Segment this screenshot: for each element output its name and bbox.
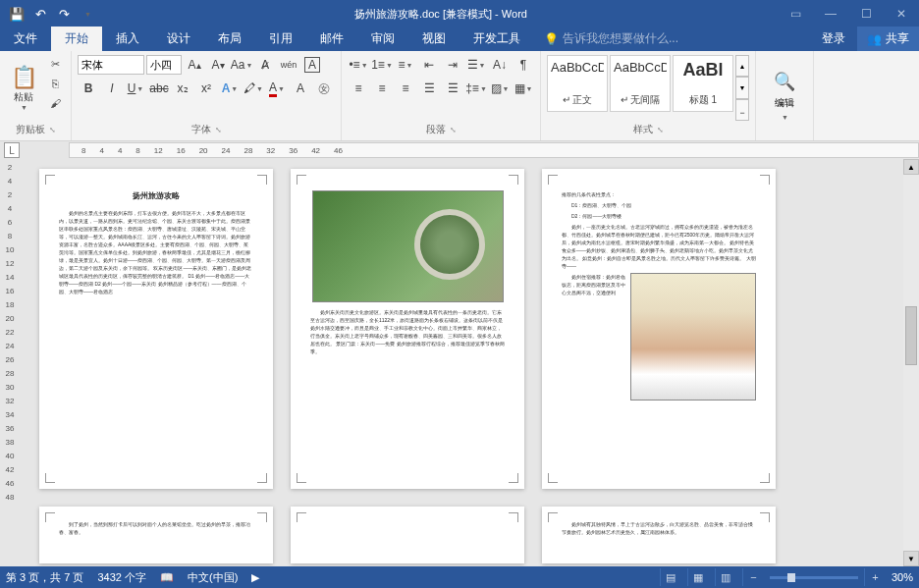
paste-button[interactable]: 📋 粘贴 ▼ — [6, 55, 41, 121]
phonetic-guide-icon[interactable]: wén — [278, 55, 299, 75]
tab-insert[interactable]: 插入 — [102, 27, 153, 51]
doc-body: 扬州城有其独特风情，早上于古运河边散步，白天游览名胜、品尝美食，非常适合慢节奏旅… — [562, 520, 756, 536]
styles-more-icon[interactable]: ⎯ — [735, 99, 749, 121]
shading-icon[interactable]: ▨▼ — [489, 79, 511, 98]
scroll-down-icon[interactable]: ▼ — [903, 551, 919, 566]
sort-icon[interactable]: A↓ — [489, 55, 511, 75]
zoom-in-icon[interactable]: + — [864, 568, 886, 586]
grow-font-icon[interactable]: A▴ — [184, 55, 205, 75]
asian-layout-icon[interactable]: ☰▼ — [465, 55, 487, 75]
ribbon-display-icon[interactable]: ▭ — [778, 0, 813, 27]
vertical-scrollbar[interactable]: ▲ ▼ — [903, 159, 919, 566]
tab-file[interactable]: 文件 — [0, 27, 51, 51]
minimize-icon[interactable]: — — [813, 0, 848, 27]
scroll-thumb[interactable] — [905, 306, 917, 365]
show-marks-icon[interactable]: ¶ — [513, 55, 534, 75]
superscript-icon[interactable]: x² — [195, 79, 217, 98]
clear-format-icon[interactable]: A̷ — [254, 55, 276, 75]
scroll-up-icon[interactable]: ▲ — [903, 159, 919, 175]
borders-icon[interactable]: ▦▼ — [513, 79, 534, 98]
font-name-select[interactable] — [78, 55, 144, 75]
web-layout-icon[interactable]: ▥ — [715, 568, 736, 586]
undo-icon[interactable]: ↶ — [29, 3, 51, 25]
macro-icon[interactable]: ▶ — [251, 571, 259, 584]
find-icon[interactable]: 🔍 — [774, 71, 795, 92]
tab-mailings[interactable]: 邮件 — [306, 27, 357, 51]
text-effects-icon[interactable]: A▼ — [219, 79, 241, 98]
share-button[interactable]: 👥 共享 — [857, 27, 919, 51]
paragraph-launcher-icon[interactable]: ⤡ — [450, 126, 457, 134]
styles-launcher-icon[interactable]: ⤡ — [657, 126, 664, 134]
style-nospacing[interactable]: AaBbCcDd ↵ 无间隔 — [610, 55, 671, 112]
italic-button[interactable]: I — [101, 79, 123, 98]
tell-me-search[interactable]: 💡 告诉我您想要做什么... — [534, 27, 688, 51]
tab-home[interactable]: 开始 — [51, 27, 102, 51]
maximize-icon[interactable]: ☐ — [848, 0, 884, 27]
align-right-icon[interactable]: ≡ — [395, 79, 416, 98]
distribute-icon[interactable]: ☰ — [442, 79, 463, 98]
pages-container[interactable]: 扬州旅游攻略 扬州的名景点主要在扬州东部，打车去很方便。扬州市区不大，大多景点都… — [20, 159, 903, 566]
styles-up-icon[interactable]: ▲ — [735, 55, 749, 77]
multilevel-icon[interactable]: ≡▼ — [395, 55, 416, 75]
style-normal[interactable]: AaBbCcDd ↵ 正文 — [547, 55, 608, 112]
tab-design[interactable]: 设计 — [153, 27, 204, 51]
subscript-icon[interactable]: x₂ — [172, 79, 193, 98]
vertical-ruler[interactable]: 2424681012141618202224262830323436384042… — [0, 159, 20, 566]
tab-selector[interactable]: L — [4, 142, 20, 158]
tab-references[interactable]: 引用 — [255, 27, 306, 51]
align-center-icon[interactable]: ≡ — [371, 79, 393, 98]
indent-right-icon[interactable]: ⇥ — [442, 55, 463, 75]
zoom-slider[interactable] — [770, 576, 858, 579]
numbering-icon[interactable]: 1≡▼ — [371, 55, 393, 75]
highlight-icon[interactable]: 🖍▼ — [243, 79, 264, 98]
cut-icon[interactable]: ✂ — [45, 55, 65, 73]
tab-view[interactable]: 视图 — [408, 27, 460, 51]
ribbon-tabs: 文件 开始 插入 设计 布局 引用 邮件 审阅 视图 开发工具 💡 告诉我您想要… — [0, 27, 919, 51]
window-controls: ▭ — ☐ ✕ — [778, 0, 919, 27]
font-color-icon[interactable]: A▼ — [266, 79, 288, 98]
save-icon[interactable]: 💾 — [6, 3, 27, 25]
align-left-icon[interactable]: ≡ — [348, 79, 369, 98]
line-spacing-icon[interactable]: ‡≡▼ — [465, 79, 487, 98]
font-launcher-icon[interactable]: ⤡ — [215, 126, 222, 134]
char-shading-icon[interactable]: A — [290, 79, 311, 98]
char-border-icon[interactable]: A — [301, 55, 323, 75]
font-size-select[interactable] — [146, 55, 182, 75]
page-1: 扬州旅游攻略 扬州的名景点主要在扬州东部，打车去很方便。扬州市区不大，大多景点都… — [39, 169, 273, 489]
horizontal-ruler[interactable]: 8448121620242832364246 — [69, 142, 919, 158]
strike-button[interactable]: abc — [148, 79, 170, 98]
language[interactable]: 中文(中国) — [188, 570, 238, 585]
redo-icon[interactable]: ↷ — [53, 3, 75, 25]
underline-button[interactable]: U▼ — [125, 79, 146, 98]
justify-icon[interactable]: ☰ — [418, 79, 440, 98]
page-4: 到了扬州，当然到那打卡后可以到对面个人的名菜馆坐坐。吃过扬州的早茶，推荐冶春、富… — [39, 507, 273, 563]
tab-developer[interactable]: 开发工具 — [460, 27, 534, 51]
close-icon[interactable]: ✕ — [884, 0, 919, 27]
quick-access-toolbar: 💾 ↶ ↷ ▼ — [0, 3, 104, 25]
shrink-font-icon[interactable]: A▾ — [207, 55, 229, 75]
bold-button[interactable]: B — [78, 79, 99, 98]
proofing-icon[interactable]: 📖 — [160, 571, 174, 584]
bullets-icon[interactable]: •≡▼ — [348, 55, 369, 75]
word-count[interactable]: 3432 个字 — [97, 570, 146, 585]
styles-down-icon[interactable]: ▼ — [735, 77, 749, 98]
zoom-level[interactable]: 30% — [892, 571, 913, 583]
enclose-char-icon[interactable]: ㊛ — [313, 79, 335, 98]
format-painter-icon[interactable]: 🖌 — [45, 94, 65, 112]
read-mode-icon[interactable]: ▤ — [660, 568, 681, 586]
indent-left-icon[interactable]: ⇤ — [418, 55, 440, 75]
tab-review[interactable]: 审阅 — [357, 27, 408, 51]
print-layout-icon[interactable]: ▦ — [687, 568, 709, 586]
copy-icon[interactable]: ⎘ — [45, 75, 65, 92]
style-heading1[interactable]: AaBl 标题 1 — [673, 55, 733, 112]
tab-layout[interactable]: 布局 — [204, 27, 255, 51]
login-button[interactable]: 登录 — [810, 27, 857, 51]
page-count[interactable]: 第 3 页，共 7 页 — [6, 570, 83, 585]
clipboard-launcher-icon[interactable]: ⤡ — [49, 126, 56, 134]
doc-body: 扬州，一座历史文化名城。古老运河穿城而过，拥有众多的历史遗迹，被誉为淮左名都、竹… — [562, 223, 756, 270]
zoom-out-icon[interactable]: − — [742, 568, 764, 586]
paragraph-group: •≡▼ 1≡▼ ≡▼ ⇤ ⇥ ☰▼ A↓ ¶ ≡ ≡ ≡ ☰ ☰ ‡≡▼ ▨▼ — [342, 51, 541, 140]
change-case-icon[interactable]: Aa▼ — [231, 55, 252, 75]
qat-dropdown-icon[interactable]: ▼ — [77, 3, 98, 25]
styles-gallery: AaBbCcDd ↵ 正文 AaBbCcDd ↵ 无间隔 AaBl 标题 1 ▲… — [547, 55, 749, 121]
